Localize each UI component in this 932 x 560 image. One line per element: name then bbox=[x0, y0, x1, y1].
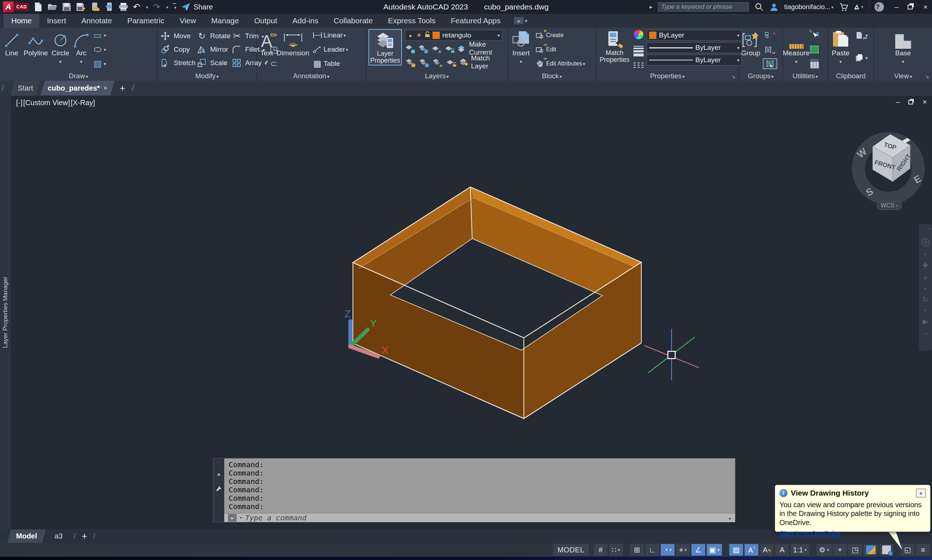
undo-icon[interactable]: ↶ bbox=[133, 3, 140, 11]
wcs-selector[interactable]: WCS bbox=[877, 201, 902, 210]
infer-constraints-toggle[interactable]: ⊞ bbox=[630, 544, 644, 555]
navigation-wheel-icon[interactable]: ◎ bbox=[921, 236, 930, 247]
stretch-button[interactable]: Stretch bbox=[160, 56, 196, 69]
edit-attributes-caret[interactable] bbox=[583, 60, 585, 67]
doc-minimize-button[interactable]: – bbox=[896, 98, 900, 106]
object-snap-tracking-toggle[interactable]: ∠ bbox=[691, 544, 705, 555]
base-view-button[interactable]: Base bbox=[894, 29, 912, 66]
restore-button[interactable] bbox=[907, 3, 915, 11]
panel-title-block[interactable]: Block bbox=[508, 71, 596, 81]
cut-button[interactable]: ✂ bbox=[854, 30, 868, 41]
help-icon[interactable]: ? bbox=[875, 2, 884, 12]
create-block-button[interactable]: ✶Create bbox=[535, 30, 585, 41]
scale-caret[interactable]: ▾ bbox=[804, 548, 807, 552]
annotation-monitor-button[interactable]: A bbox=[775, 544, 789, 555]
paste-caret[interactable] bbox=[840, 57, 842, 65]
layer-lock-button[interactable] bbox=[444, 44, 454, 53]
tab-view[interactable]: View bbox=[172, 14, 203, 28]
viewport-visual-style-control[interactable]: [X-Ray] bbox=[71, 98, 95, 107]
layer-isolate-button[interactable] bbox=[418, 44, 427, 53]
command-close-icon[interactable]: × bbox=[217, 471, 220, 478]
command-recent-caret[interactable]: ▾ bbox=[240, 515, 242, 520]
copy-button[interactable]: Copy bbox=[160, 43, 196, 56]
copy-clip-caret[interactable] bbox=[866, 55, 868, 61]
layer-off-button[interactable] bbox=[405, 44, 414, 53]
quick-calculator-button[interactable] bbox=[810, 58, 821, 69]
file-tab-start[interactable]: Start bbox=[11, 81, 40, 95]
app-store-cart-icon[interactable] bbox=[839, 2, 848, 12]
move-button[interactable]: Move bbox=[160, 29, 196, 43]
isodraft-caret[interactable]: ▾ bbox=[685, 548, 687, 552]
doc-restore-button[interactable] bbox=[908, 98, 915, 106]
save-icon[interactable] bbox=[62, 2, 71, 12]
match-properties-button[interactable]: Match Properties bbox=[599, 29, 630, 64]
snap-mode-toggle[interactable]: ∷▾ bbox=[609, 544, 623, 555]
user-avatar-icon[interactable] bbox=[769, 2, 779, 12]
object-snap-toggle[interactable]: ▣▾ bbox=[707, 544, 722, 555]
tab-annotate[interactable]: Annotate bbox=[74, 14, 120, 28]
customize-qat-icon[interactable] bbox=[173, 3, 176, 11]
command-history[interactable]: Command: Command: Command: Command: Comm… bbox=[224, 458, 735, 513]
group-button[interactable]: Group bbox=[740, 29, 761, 57]
plot-icon[interactable] bbox=[119, 2, 128, 12]
navbar-close-icon[interactable]: × bbox=[927, 226, 930, 231]
tab-home[interactable]: Home bbox=[4, 14, 39, 28]
autoscale-toggle[interactable]: A bbox=[760, 544, 773, 555]
polyline-button[interactable]: Polyline bbox=[23, 29, 49, 57]
leader-caret[interactable] bbox=[346, 46, 348, 53]
signed-in-user[interactable]: tiagobonifacio... bbox=[784, 3, 833, 11]
graphics-performance-button[interactable] bbox=[864, 544, 878, 555]
tab-add-ins[interactable]: Add-ins bbox=[285, 14, 326, 28]
annotation-visibility-toggle[interactable]: A bbox=[744, 544, 758, 555]
circle-dropdown-caret[interactable] bbox=[59, 57, 62, 65]
autodesk-account-icon[interactable] bbox=[854, 2, 863, 12]
minimize-button[interactable]: – bbox=[895, 3, 898, 11]
viewport-view-control[interactable]: [Custom View] bbox=[23, 98, 70, 107]
edit-block-button[interactable]: ✏Edit bbox=[535, 44, 585, 55]
command-input-placeholder[interactable]: Type a command bbox=[245, 514, 307, 522]
annotation-monitor-plus-button[interactable]: + bbox=[833, 544, 847, 555]
ungroup-button[interactable]: × bbox=[763, 30, 777, 41]
quick-select-button[interactable]: ϟ bbox=[810, 30, 821, 41]
navbar-zoom-caret[interactable]: ▾ bbox=[924, 286, 927, 291]
panel-title-clipboard[interactable]: Clipboard bbox=[828, 71, 873, 81]
file-tab-close-icon[interactable]: × bbox=[103, 85, 108, 92]
measure-button[interactable]: Measure bbox=[784, 29, 808, 66]
command-input-row[interactable]: ▸ ▾ Type a command ▴ bbox=[224, 513, 735, 522]
layer-unlock-all-button[interactable] bbox=[445, 57, 456, 67]
hatch-button[interactable]: ▨ bbox=[92, 58, 106, 69]
tab-collaborate[interactable]: Collaborate bbox=[326, 14, 380, 28]
open-from-mobile-icon[interactable] bbox=[105, 2, 114, 12]
osnap-caret[interactable]: ▾ bbox=[718, 548, 720, 552]
id-point-button[interactable] bbox=[810, 44, 821, 55]
doc-close-button[interactable]: × bbox=[923, 98, 927, 106]
lineweight-combo-caret[interactable]: ▾ bbox=[737, 45, 739, 51]
search-icon[interactable] bbox=[754, 2, 764, 12]
tab-output[interactable]: Output bbox=[246, 14, 285, 28]
line-button[interactable]: Line bbox=[2, 29, 21, 57]
leader-button[interactable]: Leader bbox=[312, 44, 348, 55]
color-combo-caret[interactable]: ▾ bbox=[737, 33, 739, 38]
tab-insert[interactable]: Insert bbox=[39, 14, 74, 28]
command-customize-wrench-icon[interactable] bbox=[216, 486, 222, 493]
group-edit-button[interactable]: ✏ bbox=[763, 44, 777, 55]
circle-button[interactable]: Circle bbox=[51, 29, 71, 66]
properties-dialog-launcher[interactable]: ↘ bbox=[731, 74, 735, 79]
layer-unisolate-button[interactable] bbox=[418, 57, 428, 67]
navbar-wheel-caret[interactable]: ▾ bbox=[924, 252, 927, 257]
rectangle-button[interactable]: ▭ bbox=[92, 30, 106, 41]
drawing-history-tray-button[interactable] bbox=[880, 544, 893, 555]
save-to-mobile-icon[interactable] bbox=[90, 2, 100, 12]
workspace-switching-button[interactable]: ⚙▾ bbox=[816, 544, 832, 555]
panel-title-modify[interactable]: Modify bbox=[158, 71, 256, 81]
copy-clip-button[interactable] bbox=[854, 52, 868, 63]
tab-parametric[interactable]: Parametric bbox=[120, 14, 172, 28]
layer-properties-button[interactable]: Layer Properties bbox=[368, 29, 402, 66]
annotation-scale-button[interactable]: 1:1▾ bbox=[790, 544, 809, 555]
layer-thaw-all-button[interactable]: ☀ bbox=[432, 57, 442, 67]
snap-caret[interactable]: ▾ bbox=[618, 548, 620, 552]
panel-title-annotation[interactable]: Annotation bbox=[257, 71, 365, 81]
panel-title-view[interactable]: View bbox=[874, 71, 932, 81]
autocad-app-button[interactable]: A CAD bbox=[3, 2, 29, 12]
linetype-combo-caret[interactable]: ▾ bbox=[737, 57, 739, 63]
